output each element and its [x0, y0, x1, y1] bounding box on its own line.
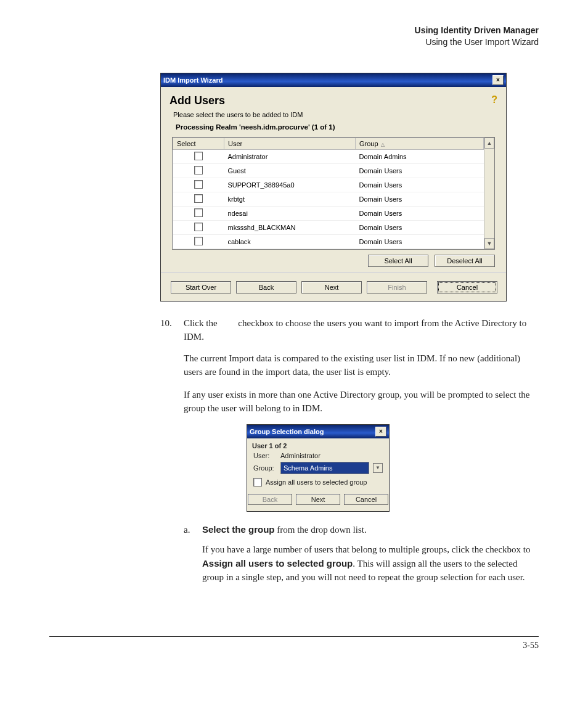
para-compare: The current Import data is compared to t… [184, 351, 539, 379]
idm-import-wizard-window: IDM Import Wizard × Add Users ? Please s… [160, 73, 507, 302]
row-group: Domain Users [356, 234, 484, 248]
row-checkbox[interactable] [194, 237, 203, 245]
sort-asc-icon: △ [381, 142, 385, 147]
table-row: GuestDomain Users [173, 163, 484, 178]
scrollbar[interactable]: ▲ ▼ [484, 138, 494, 249]
assign-all-label: Assign all users to selected group [266, 478, 367, 486]
assign-all-checkbox[interactable] [253, 478, 262, 486]
finish-button: Finish [367, 281, 427, 293]
dropdown-icon[interactable]: ▼ [373, 463, 383, 473]
header-title: Using Identity Driven Manager [49, 25, 539, 36]
step-text: Click the checkbox to choose the users y… [184, 316, 539, 344]
close-icon[interactable]: × [492, 75, 504, 85]
cancel-button[interactable]: Cancel [437, 281, 497, 293]
table-row: mkssshd_BLACKMANDomain Users [173, 220, 484, 234]
substep-para: If you have a large number of users that… [202, 543, 539, 585]
next-button[interactable]: Next [301, 281, 362, 293]
row-checkbox[interactable] [194, 208, 203, 217]
dlg-next-button[interactable]: Next [296, 494, 340, 505]
page-footer: 3-55 [49, 636, 539, 651]
row-user: mkssshd_BLACKMAN [224, 220, 356, 234]
row-user: SUPPORT_388945a0 [224, 178, 356, 192]
row-checkbox[interactable] [194, 152, 203, 160]
deselect-all-button[interactable]: Deselect All [435, 255, 495, 267]
row-group: Domain Users [356, 163, 484, 178]
start-over-button[interactable]: Start Over [171, 281, 231, 293]
scroll-up-icon[interactable]: ▲ [484, 138, 494, 149]
back-button[interactable]: Back [236, 281, 296, 293]
row-checkbox[interactable] [194, 194, 203, 203]
titlebar: IDM Import Wizard × [161, 73, 506, 87]
group-select[interactable]: Schema Admins [280, 462, 369, 474]
row-group: Domain Users [356, 192, 484, 206]
row-checkbox[interactable] [194, 166, 203, 174]
close-icon[interactable]: × [375, 427, 386, 437]
group-selection-dialog: Group Selection dialog × User 1 of 2 Use… [247, 424, 390, 512]
dialog-title: Group Selection dialog [250, 428, 324, 435]
row-group: Domain Users [356, 220, 484, 234]
dlg-cancel-button[interactable]: Cancel [344, 494, 388, 505]
user-counter: User 1 of 2 [247, 438, 389, 451]
table-row: AdministratorDomain Admins [173, 149, 484, 163]
help-icon[interactable]: ? [491, 94, 497, 105]
scroll-down-icon[interactable]: ▼ [484, 238, 494, 249]
user-label: User: [253, 452, 277, 459]
substep-letter: a. [184, 523, 195, 537]
step-number: 10. [160, 316, 178, 344]
dlg-back-button: Back [248, 494, 292, 505]
row-group: Domain Users [356, 178, 484, 192]
col-select[interactable]: Select [173, 138, 224, 149]
user-value: Administrator [280, 452, 321, 459]
col-group[interactable]: Group△ [356, 138, 484, 149]
wizard-instruction: Please select the users to be added to I… [161, 111, 506, 123]
page-header: Using Identity Driven Manager Using the … [49, 25, 539, 48]
window-title: IDM Import Wizard [163, 76, 223, 84]
header-subtitle: Using the User Import Wizard [49, 36, 539, 48]
users-table: Select User Group△ AdministratorDomain A… [173, 138, 484, 249]
table-row: ndesaiDomain Users [173, 206, 484, 220]
group-label: Group: [253, 464, 277, 472]
table-row: cablackDomain Users [173, 234, 484, 248]
page-number: 3-55 [523, 641, 539, 650]
row-user: krbtgt [224, 192, 356, 206]
col-user[interactable]: User [224, 138, 356, 149]
row-user: ndesai [224, 206, 356, 220]
table-row: SUPPORT_388945a0Domain Users [173, 178, 484, 192]
row-group: Domain Admins [356, 149, 484, 163]
row-user: Guest [224, 163, 356, 178]
substep-text: Select the group from the drop down list… [202, 523, 367, 537]
select-all-button[interactable]: Select All [368, 255, 428, 267]
wizard-heading: Add Users [169, 94, 225, 107]
table-row: krbtgtDomain Users [173, 192, 484, 206]
row-user: Administrator [224, 149, 356, 163]
para-multigroup: If any user exists in more than one Acti… [184, 388, 539, 416]
row-checkbox[interactable] [194, 223, 203, 231]
row-checkbox[interactable] [194, 180, 203, 189]
row-user: cablack [224, 234, 356, 248]
row-group: Domain Users [356, 206, 484, 220]
realm-label: Processing Realm 'neesh.idm.procurve' (1… [161, 123, 506, 137]
titlebar-2: Group Selection dialog × [247, 425, 389, 438]
